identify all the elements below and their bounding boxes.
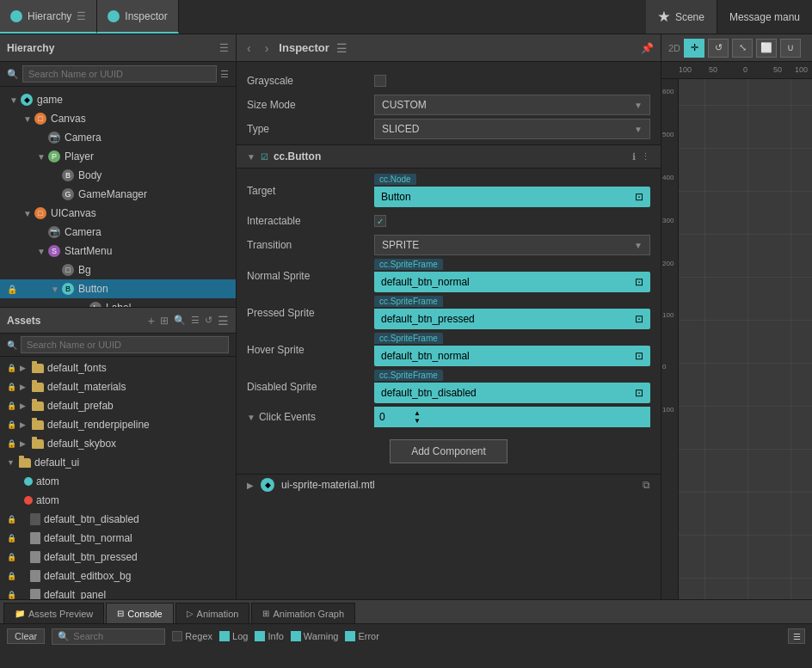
- tree-label-uicanvas: UICanvas: [51, 207, 96, 219]
- normal-sprite-pick-btn[interactable]: ⊡: [635, 276, 643, 288]
- section-enabled-checkbox[interactable]: ☑: [261, 152, 268, 162]
- log-toggle[interactable]: Log: [219, 631, 248, 641]
- pin-btn[interactable]: 📌: [641, 42, 654, 54]
- click-events-field: ▲ ▼: [374, 407, 650, 427]
- console-search-input[interactable]: [73, 631, 159, 641]
- pressed-sprite-pick-btn[interactable]: ⊡: [635, 313, 643, 325]
- assets-search-input[interactable]: [21, 336, 229, 353]
- disabled-sprite-type: cc.SpriteFrame: [374, 370, 443, 381]
- asset-item-default_btn_disabled[interactable]: 🔒 default_btn_disabled: [0, 510, 236, 529]
- info-label: Info: [268, 631, 283, 641]
- type-dropdown[interactable]: SLICED ▼: [374, 119, 650, 139]
- interactable-row: Interactable ✓: [237, 209, 661, 233]
- console-scroll-btn[interactable]: ☰: [788, 628, 805, 644]
- disabled-sprite-pick-btn[interactable]: ⊡: [635, 387, 643, 399]
- left-panel: Hierarchy ☰ 🔍 ☰ ▼ ◆ game ▼ □ Canvas: [0, 34, 237, 599]
- tree-item-canvas[interactable]: ▼ □ Canvas: [0, 109, 236, 128]
- lock-icon: 🔒: [7, 591, 16, 599]
- hierarchy-menu-icon[interactable]: ☰: [77, 10, 86, 22]
- move-tool-btn[interactable]: ✛: [684, 39, 704, 58]
- section-info-btn[interactable]: ℹ: [632, 151, 636, 162]
- tree-item-body[interactable]: B Body: [0, 166, 236, 185]
- spin-up-btn[interactable]: ▲: [414, 410, 421, 417]
- grayscale-checkbox[interactable]: [374, 75, 386, 87]
- tab-assets-preview[interactable]: 📁 Assets Preview: [3, 603, 104, 623]
- hierarchy-search-input[interactable]: [22, 65, 217, 83]
- tree-item-button[interactable]: 🔒 ▼ B Button: [0, 279, 236, 298]
- hover-sprite-pick-btn[interactable]: ⊡: [635, 350, 643, 362]
- size-mode-dropdown[interactable]: CUSTOM ▼: [374, 95, 650, 115]
- tree-item-camera1[interactable]: 📷 Camera: [0, 128, 236, 147]
- clear-btn[interactable]: Clear: [7, 628, 45, 644]
- asset-item-default_btn_normal[interactable]: 🔒 default_btn_normal: [0, 529, 236, 548]
- error-toggle[interactable]: Error: [345, 631, 378, 641]
- back-btn[interactable]: ‹: [243, 40, 255, 57]
- disabled-sprite-value: cc.SpriteFrame default_btn_disabled ⊡: [374, 370, 650, 403]
- tab-console[interactable]: ⊟ Console: [106, 603, 173, 623]
- tab-animation[interactable]: ▷ Animation: [175, 603, 250, 623]
- click-events-toggle[interactable]: ▼: [247, 413, 255, 422]
- inspector-menu-btn[interactable]: ☰: [336, 41, 348, 55]
- click-events-label: ▼ Click Events: [247, 411, 367, 423]
- interactable-checkbox[interactable]: ✓: [374, 215, 386, 227]
- asset-item-default_btn_pressed[interactable]: 🔒 default_btn_pressed: [0, 548, 236, 567]
- assets-search-btn[interactable]: 🔍: [174, 315, 186, 326]
- folder-icon: [32, 383, 44, 392]
- scale-tool-btn[interactable]: ⤡: [732, 39, 753, 58]
- hierarchy-tab[interactable]: Hierarchy ☰: [0, 0, 97, 34]
- assets-menu-btn[interactable]: ☰: [218, 314, 229, 328]
- tree-item-bg[interactable]: □ Bg: [0, 260, 236, 279]
- ruler-label-0-top: 0: [743, 65, 747, 74]
- spin-down-btn[interactable]: ▼: [414, 418, 421, 425]
- section-toggle-btn[interactable]: ▼: [247, 152, 255, 162]
- message-tab[interactable]: Message manu: [717, 0, 812, 34]
- tree-item-label[interactable]: L Label: [0, 298, 236, 307]
- tab-animation-graph[interactable]: ⊞ Animation Graph: [251, 603, 355, 623]
- asset-item-default_materials[interactable]: 🔒 ▶ default_materials: [0, 377, 236, 396]
- asset-item-atom2[interactable]: atom: [0, 491, 236, 510]
- inspector-tab[interactable]: Inspector: [97, 0, 178, 34]
- disabled-sprite-label: Disabled Sprite: [247, 381, 367, 393]
- tree-item-gamemanager[interactable]: G GameManager: [0, 185, 236, 204]
- assets-list-btn[interactable]: ⊞: [160, 315, 169, 327]
- click-events-spinner[interactable]: ▲ ▼: [414, 410, 421, 425]
- add-component-btn[interactable]: Add Component: [390, 439, 508, 463]
- tree-item-game[interactable]: ▼ ◆ game: [0, 90, 236, 109]
- tree-item-camera2[interactable]: 📷 Camera: [0, 223, 236, 242]
- console-search-icon: 🔍: [58, 631, 70, 642]
- scene-tab[interactable]: Scene: [646, 0, 717, 34]
- asset-item-default_fonts[interactable]: 🔒 ▶ default_fonts: [0, 359, 236, 377]
- tree-item-uicanvas[interactable]: ▼ □ UICanvas: [0, 204, 236, 223]
- asset-item-default_renderpipeline[interactable]: 🔒 ▶ default_renderpipeline: [0, 415, 236, 434]
- tree-item-startmenu[interactable]: ▼ S StartMenu: [0, 242, 236, 260]
- asset-item-default_editbox_bg[interactable]: 🔒 default_editbox_bg: [0, 567, 236, 585]
- hierarchy-menu-btn[interactable]: ☰: [219, 42, 229, 54]
- assets-tree-btn[interactable]: ☰: [191, 315, 200, 326]
- forward-btn[interactable]: ›: [261, 40, 273, 57]
- rotate-tool-btn[interactable]: ↺: [708, 39, 729, 58]
- assets-refresh-btn[interactable]: ↺: [205, 315, 212, 326]
- asset-item-default_skybox[interactable]: 🔒 ▶ default_skybox: [0, 434, 236, 453]
- assets-search-icon: 🔍: [7, 340, 17, 350]
- inspector-tab-icon: [108, 10, 120, 22]
- material-toggle-btn[interactable]: ▶: [247, 481, 254, 490]
- material-copy-btn[interactable]: ⧉: [643, 479, 650, 491]
- rect-tool-btn[interactable]: ⬜: [756, 39, 777, 58]
- info-toggle[interactable]: Info: [255, 631, 283, 641]
- assets-add-btn[interactable]: +: [148, 314, 155, 328]
- select-tool-btn[interactable]: ∪: [780, 39, 801, 58]
- asset-item-default_ui[interactable]: ▼ default_ui: [0, 453, 236, 472]
- target-pick-btn[interactable]: ⊡: [635, 191, 643, 203]
- warning-toggle[interactable]: Warning: [291, 631, 339, 641]
- button-section-header: ▼ ☑ cc.Button ℹ ⋮: [237, 144, 661, 169]
- transition-dropdown[interactable]: SPRITE ▼: [374, 235, 650, 255]
- asset-item-default_panel[interactable]: 🔒 default_panel: [0, 585, 236, 599]
- regex-toggle[interactable]: Regex: [172, 631, 212, 641]
- tree-item-player[interactable]: ▼ P Player: [0, 147, 236, 166]
- asset-item-default_prefab[interactable]: 🔒 ▶ default_prefab: [0, 396, 236, 415]
- section-menu-btn[interactable]: ⋮: [641, 151, 650, 162]
- asset-item-atom1[interactable]: atom: [0, 472, 236, 491]
- hierarchy-list-icon[interactable]: ☰: [220, 69, 229, 80]
- tree-label-game: game: [37, 94, 63, 106]
- click-events-input[interactable]: [379, 411, 414, 423]
